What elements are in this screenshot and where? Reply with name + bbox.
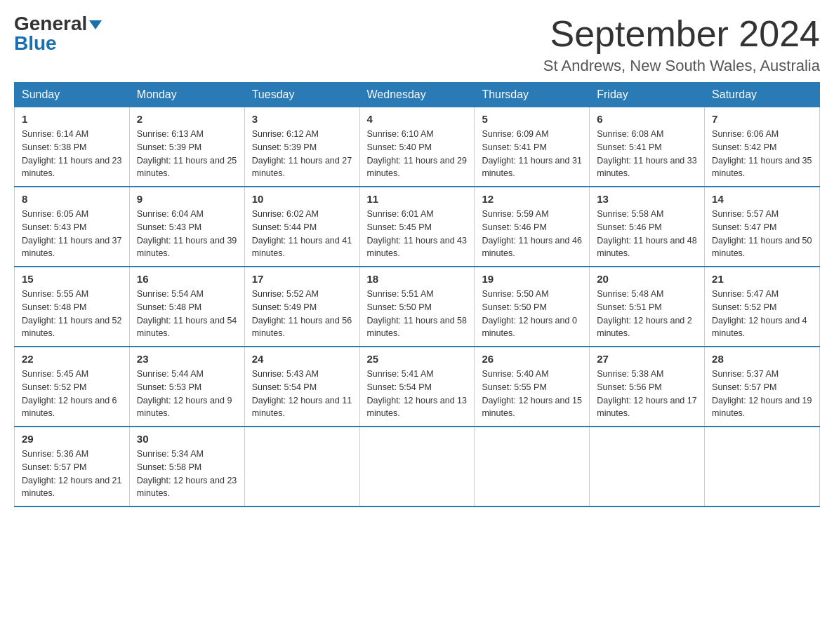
day-number: 19 (482, 273, 582, 285)
day-info: Sunrise: 5:44 AMSunset: 5:53 PMDaylight:… (137, 368, 237, 420)
day-cell-5: 5Sunrise: 6:09 AMSunset: 5:41 PMDaylight… (475, 107, 590, 187)
day-cell-3: 3Sunrise: 6:12 AMSunset: 5:39 PMDaylight… (244, 107, 359, 187)
day-number: 14 (712, 193, 812, 205)
month-title: September 2024 (543, 14, 820, 54)
day-info: Sunrise: 6:04 AMSunset: 5:43 PMDaylight:… (137, 208, 237, 260)
day-cell-19: 19Sunrise: 5:50 AMSunset: 5:50 PMDayligh… (475, 267, 590, 347)
day-info: Sunrise: 5:48 AMSunset: 5:51 PMDaylight:… (597, 288, 697, 340)
day-number: 24 (252, 353, 352, 365)
day-cell-27: 27Sunrise: 5:38 AMSunset: 5:56 PMDayligh… (590, 347, 705, 427)
day-cell-4: 4Sunrise: 6:10 AMSunset: 5:40 PMDaylight… (359, 107, 475, 187)
day-number: 23 (137, 353, 237, 365)
day-number: 29 (22, 433, 122, 445)
day-number: 27 (597, 353, 697, 365)
day-number: 5 (482, 113, 582, 125)
day-cell-28: 28Sunrise: 5:37 AMSunset: 5:57 PMDayligh… (705, 347, 820, 427)
empty-cell (590, 427, 705, 507)
day-cell-14: 14Sunrise: 5:57 AMSunset: 5:47 PMDayligh… (705, 187, 820, 267)
day-info: Sunrise: 6:01 AMSunset: 5:45 PMDaylight:… (367, 208, 468, 260)
day-info: Sunrise: 6:09 AMSunset: 5:41 PMDaylight:… (482, 128, 582, 180)
day-info: Sunrise: 5:50 AMSunset: 5:50 PMDaylight:… (482, 288, 582, 340)
day-info: Sunrise: 6:12 AMSunset: 5:39 PMDaylight:… (252, 128, 352, 180)
day-number: 22 (22, 353, 122, 365)
location-subtitle: St Andrews, New South Wales, Australia (543, 57, 820, 75)
day-number: 9 (137, 193, 237, 205)
day-number: 28 (712, 353, 812, 365)
day-info: Sunrise: 5:52 AMSunset: 5:49 PMDaylight:… (252, 288, 352, 340)
day-cell-30: 30Sunrise: 5:34 AMSunset: 5:58 PMDayligh… (129, 427, 244, 507)
day-number: 13 (597, 193, 697, 205)
header-thursday: Thursday (475, 83, 590, 107)
week-row-1: 1Sunrise: 6:14 AMSunset: 5:38 PMDaylight… (15, 107, 820, 187)
day-cell-23: 23Sunrise: 5:44 AMSunset: 5:53 PMDayligh… (129, 347, 244, 427)
day-cell-1: 1Sunrise: 6:14 AMSunset: 5:38 PMDaylight… (15, 107, 130, 187)
day-number: 8 (22, 193, 122, 205)
day-cell-20: 20Sunrise: 5:48 AMSunset: 5:51 PMDayligh… (590, 267, 705, 347)
day-number: 30 (137, 433, 237, 445)
day-cell-6: 6Sunrise: 6:08 AMSunset: 5:41 PMDaylight… (590, 107, 705, 187)
day-cell-8: 8Sunrise: 6:05 AMSunset: 5:43 PMDaylight… (15, 187, 130, 267)
day-cell-24: 24Sunrise: 5:43 AMSunset: 5:54 PMDayligh… (244, 347, 359, 427)
day-cell-16: 16Sunrise: 5:54 AMSunset: 5:48 PMDayligh… (129, 267, 244, 347)
day-number: 3 (252, 113, 352, 125)
empty-cell (475, 427, 590, 507)
day-number: 17 (252, 273, 352, 285)
day-cell-29: 29Sunrise: 5:36 AMSunset: 5:57 PMDayligh… (15, 427, 130, 507)
day-cell-10: 10Sunrise: 6:02 AMSunset: 5:44 PMDayligh… (244, 187, 359, 267)
day-info: Sunrise: 5:36 AMSunset: 5:57 PMDaylight:… (22, 448, 122, 500)
day-number: 16 (137, 273, 237, 285)
day-cell-15: 15Sunrise: 5:55 AMSunset: 5:48 PMDayligh… (15, 267, 130, 347)
empty-cell (244, 427, 359, 507)
day-info: Sunrise: 6:14 AMSunset: 5:38 PMDaylight:… (22, 128, 122, 180)
day-info: Sunrise: 5:37 AMSunset: 5:57 PMDaylight:… (712, 368, 812, 420)
day-info: Sunrise: 5:41 AMSunset: 5:54 PMDaylight:… (367, 368, 468, 420)
day-info: Sunrise: 6:06 AMSunset: 5:42 PMDaylight:… (712, 128, 812, 180)
header-monday: Monday (129, 83, 244, 107)
logo: General Blue (14, 14, 102, 53)
day-info: Sunrise: 5:47 AMSunset: 5:52 PMDaylight:… (712, 288, 812, 340)
day-cell-18: 18Sunrise: 5:51 AMSunset: 5:50 PMDayligh… (359, 267, 475, 347)
day-number: 6 (597, 113, 697, 125)
week-row-2: 8Sunrise: 6:05 AMSunset: 5:43 PMDaylight… (15, 187, 820, 267)
day-info: Sunrise: 5:57 AMSunset: 5:47 PMDaylight:… (712, 208, 812, 260)
day-number: 2 (137, 113, 237, 125)
day-info: Sunrise: 6:10 AMSunset: 5:40 PMDaylight:… (367, 128, 468, 180)
day-number: 12 (482, 193, 582, 205)
day-info: Sunrise: 6:13 AMSunset: 5:39 PMDaylight:… (137, 128, 237, 180)
day-info: Sunrise: 5:38 AMSunset: 5:56 PMDaylight:… (597, 368, 697, 420)
day-number: 25 (367, 353, 468, 365)
page-header: General Blue September 2024 St Andrews, … (14, 14, 820, 75)
day-cell-13: 13Sunrise: 5:58 AMSunset: 5:46 PMDayligh… (590, 187, 705, 267)
day-number: 7 (712, 113, 812, 125)
day-number: 15 (22, 273, 122, 285)
day-cell-9: 9Sunrise: 6:04 AMSunset: 5:43 PMDaylight… (129, 187, 244, 267)
header-saturday: Saturday (705, 83, 820, 107)
day-info: Sunrise: 6:08 AMSunset: 5:41 PMDaylight:… (597, 128, 697, 180)
day-cell-17: 17Sunrise: 5:52 AMSunset: 5:49 PMDayligh… (244, 267, 359, 347)
day-number: 10 (252, 193, 352, 205)
day-info: Sunrise: 5:51 AMSunset: 5:50 PMDaylight:… (367, 288, 468, 340)
day-cell-21: 21Sunrise: 5:47 AMSunset: 5:52 PMDayligh… (705, 267, 820, 347)
day-info: Sunrise: 6:05 AMSunset: 5:43 PMDaylight:… (22, 208, 122, 260)
empty-cell (705, 427, 820, 507)
calendar-table: SundayMondayTuesdayWednesdayThursdayFrid… (14, 82, 820, 507)
day-info: Sunrise: 5:54 AMSunset: 5:48 PMDaylight:… (137, 288, 237, 340)
day-info: Sunrise: 5:40 AMSunset: 5:55 PMDaylight:… (482, 368, 582, 420)
title-area: September 2024 St Andrews, New South Wal… (543, 14, 820, 75)
header-sunday: Sunday (15, 83, 130, 107)
day-cell-25: 25Sunrise: 5:41 AMSunset: 5:54 PMDayligh… (359, 347, 475, 427)
week-row-4: 22Sunrise: 5:45 AMSunset: 5:52 PMDayligh… (15, 347, 820, 427)
day-cell-12: 12Sunrise: 5:59 AMSunset: 5:46 PMDayligh… (475, 187, 590, 267)
day-number: 4 (367, 113, 468, 125)
day-number: 18 (367, 273, 468, 285)
day-info: Sunrise: 5:45 AMSunset: 5:52 PMDaylight:… (22, 368, 122, 420)
day-cell-11: 11Sunrise: 6:01 AMSunset: 5:45 PMDayligh… (359, 187, 475, 267)
logo-text-line1: General (14, 14, 102, 34)
week-row-3: 15Sunrise: 5:55 AMSunset: 5:48 PMDayligh… (15, 267, 820, 347)
day-info: Sunrise: 5:58 AMSunset: 5:46 PMDaylight:… (597, 208, 697, 260)
day-info: Sunrise: 6:02 AMSunset: 5:44 PMDaylight:… (252, 208, 352, 260)
day-cell-26: 26Sunrise: 5:40 AMSunset: 5:55 PMDayligh… (475, 347, 590, 427)
day-info: Sunrise: 5:43 AMSunset: 5:54 PMDaylight:… (252, 368, 352, 420)
day-number: 26 (482, 353, 582, 365)
day-cell-22: 22Sunrise: 5:45 AMSunset: 5:52 PMDayligh… (15, 347, 130, 427)
